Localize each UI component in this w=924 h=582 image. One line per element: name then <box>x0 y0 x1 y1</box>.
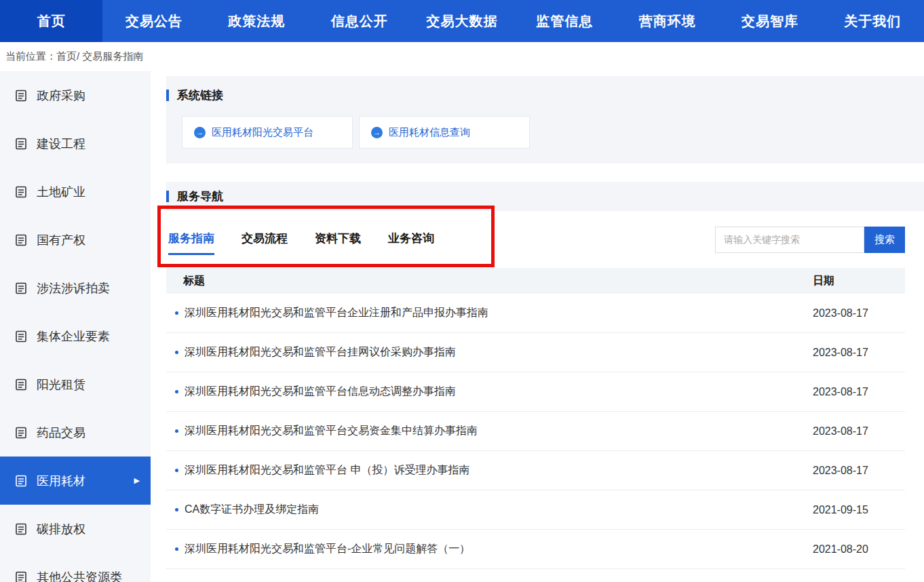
nav-item-label: 交易公告 <box>126 12 182 31</box>
guide-date: 2023-08-17 <box>813 465 905 477</box>
guide-title-link[interactable]: CA数字证书办理及绑定指南 <box>185 503 813 517</box>
service-tabs: 服务指南 交易流程 资料下载 业务咨询 <box>166 224 434 255</box>
guide-date: 2023-08-17 <box>813 307 905 319</box>
bullet-icon <box>175 469 178 472</box>
service-nav-title: 服务导航 <box>166 189 223 204</box>
system-link-label: 医用耗材阳光交易平台 <box>212 126 313 139</box>
sidebar-item-label: 阳光租赁 <box>37 376 85 393</box>
nav-item-think-tank[interactable]: 交易智库 <box>718 0 821 42</box>
tab-label: 资料下载 <box>315 232 361 245</box>
header-date: 日期 <box>813 274 905 288</box>
bullet-icon <box>175 390 178 393</box>
guide-title-link[interactable]: 深圳医用耗材阳光交易和监管平台挂网议价采购办事指南 <box>185 345 813 360</box>
main-content: 系统链接 → 医用耗材阳光交易平台 → 医用耗材信息查询 服务导航 服务指南 交… <box>151 71 924 582</box>
nav-item-about[interactable]: 关于我们 <box>822 0 924 42</box>
top-navigation: 首页 交易公告 政策法规 信息公开 交易大数据 监管信息 营商环境 交易智库 关… <box>0 0 924 42</box>
breadcrumb: 当前位置： 首页/ 交易服务指南 <box>0 42 924 71</box>
tab-label: 服务指南 <box>168 232 214 245</box>
sidebar-item-label: 国有产权 <box>37 232 85 248</box>
header-title: 标题 <box>183 274 813 288</box>
collective-enterprise-icon <box>14 330 28 343</box>
system-links-section: 系统链接 → 医用耗材阳光交易平台 → 医用耗材信息查询 <box>166 76 924 163</box>
nav-item-label: 信息公开 <box>331 12 388 31</box>
gov-procurement-icon <box>14 89 28 102</box>
sidebar-item-state-property[interactable]: 国有产权 ▶ <box>0 216 151 264</box>
nav-item-label: 关于我们 <box>844 12 901 31</box>
table-header: 标题 日期 <box>166 268 905 294</box>
sidebar: 政府采购 ▶ 建设工程 ▶ 土地矿业 ▶ 国有产权 ▶ <box>0 71 151 582</box>
system-link-label: 医用耗材信息查询 <box>389 126 470 139</box>
nav-item-label: 首页 <box>37 12 66 31</box>
breadcrumb-path[interactable]: 首页/ 交易服务指南 <box>56 50 143 63</box>
tab-service-guide[interactable]: 服务指南 <box>168 224 214 255</box>
state-property-icon <box>14 233 28 247</box>
guide-title-link[interactable]: 深圳医用耗材阳光交易和监管平台交易资金集中结算办事指南 <box>185 424 813 438</box>
guide-title-link[interactable]: 深圳医用耗材阳光交易和监管平台 申（投）诉受理办事指南 <box>185 463 813 478</box>
active-arrow-icon: ▶ <box>134 476 140 485</box>
sidebar-item-other-public-resources[interactable]: 其他公共资源类 ▶ <box>0 553 151 582</box>
guide-title-link[interactable]: 深圳医用耗材阳光交易和监管平台-企业常见问题解答（一） <box>185 542 813 556</box>
nav-item-supervision[interactable]: 监管信息 <box>514 0 616 42</box>
guide-date: 2023-08-17 <box>813 425 905 438</box>
bullet-icon <box>175 429 178 433</box>
search-button[interactable]: 搜索 <box>864 227 905 253</box>
sunshine-leasing-icon <box>14 378 28 391</box>
tab-trade-process[interactable]: 交易流程 <box>242 224 288 255</box>
sidebar-item-carbon-emission[interactable]: 碳排放权 ▶ <box>0 505 151 553</box>
carbon-emission-icon <box>14 522 28 536</box>
search-input[interactable] <box>715 227 864 253</box>
guide-title-link[interactable]: 深圳医用耗材阳光交易和监管平台企业注册和产品申报办事指南 <box>185 306 813 320</box>
sidebar-item-construction[interactable]: 建设工程 ▶ <box>0 119 151 168</box>
sidebar-item-litigation-auction[interactable]: 涉法涉诉拍卖 ▶ <box>0 264 151 312</box>
sidebar-item-drug-trading[interactable]: 药品交易 ▶ <box>0 408 151 457</box>
nav-item-label: 交易大数据 <box>426 12 497 31</box>
system-link-info-query[interactable]: → 医用耗材信息查询 <box>359 116 530 149</box>
system-links-row: → 医用耗材阳光交易平台 → 医用耗材信息查询 <box>182 116 924 149</box>
sidebar-item-label: 土地矿业 <box>37 184 85 200</box>
nav-item-label: 政策法规 <box>228 12 285 31</box>
other-public-resources-icon <box>14 570 28 582</box>
medical-consumables-icon <box>14 474 28 488</box>
breadcrumb-prefix: 当前位置： <box>5 50 56 63</box>
bullet-icon <box>175 351 178 354</box>
table-row: 深圳医用耗材阳光交易和监管平台挂网议价采购办事指南 2023-08-17 <box>166 333 905 372</box>
guide-title-link[interactable]: 深圳医用耗材阳光交易和监管平台信息动态调整办事指南 <box>185 385 813 399</box>
litigation-auction-icon <box>14 282 28 295</box>
nav-item-policies[interactable]: 政策法规 <box>206 0 308 42</box>
table-body: 深圳医用耗材阳光交易和监管平台企业注册和产品申报办事指南 2023-08-17 … <box>166 294 905 569</box>
guide-date: 2021-08-20 <box>813 543 905 556</box>
tab-download[interactable]: 资料下载 <box>315 224 361 255</box>
table-row: 深圳医用耗材阳光交易和监管平台企业注册和产品申报办事指南 2023-08-17 <box>166 294 905 333</box>
nav-item-announcements[interactable]: 交易公告 <box>102 0 205 42</box>
sidebar-item-label: 医用耗材 <box>37 473 85 489</box>
sidebar-item-land-mining[interactable]: 土地矿业 ▶ <box>0 168 151 216</box>
sidebar-item-label: 涉法涉诉拍卖 <box>37 280 110 296</box>
sidebar-item-collective-enterprise[interactable]: 集体企业要素 ▶ <box>0 312 151 360</box>
sidebar-item-gov-procurement[interactable]: 政府采购 ▶ <box>0 71 151 119</box>
nav-item-info-disclosure[interactable]: 信息公开 <box>308 0 410 42</box>
guide-table: 标题 日期 深圳医用耗材阳光交易和监管平台企业注册和产品申报办事指南 2023-… <box>166 268 905 569</box>
drug-trading-icon <box>14 426 28 440</box>
bullet-icon <box>175 547 178 551</box>
table-row: 深圳医用耗材阳光交易和监管平台交易资金集中结算办事指南 2023-08-17 <box>166 412 905 451</box>
table-row: 深圳医用耗材阳光交易和监管平台-企业常见问题解答（一） 2021-08-20 <box>166 530 905 569</box>
section-title-text: 系统链接 <box>177 88 223 103</box>
nav-item-business-env[interactable]: 营商环境 <box>616 0 718 42</box>
guide-date: 2021-09-15 <box>813 504 905 516</box>
tab-consult[interactable]: 业务咨询 <box>388 224 434 255</box>
nav-item-big-data[interactable]: 交易大数据 <box>410 0 513 42</box>
system-link-sunshine-trading-platform[interactable]: → 医用耗材阳光交易平台 <box>182 116 353 149</box>
nav-item-label: 监管信息 <box>536 12 593 31</box>
sidebar-item-label: 建设工程 <box>37 136 85 152</box>
sidebar-item-medical-consumables[interactable]: 医用耗材 ▶ <box>0 457 151 505</box>
nav-item-label: 交易智库 <box>742 12 798 31</box>
guide-date: 2023-08-17 <box>813 386 905 398</box>
sidebar-item-label: 碳排放权 <box>37 521 85 537</box>
tab-label: 交易流程 <box>242 232 288 245</box>
nav-item-home[interactable]: 首页 <box>0 0 102 42</box>
bullet-icon <box>175 508 178 511</box>
section-title-text: 服务导航 <box>177 189 223 204</box>
title-bar-decoration <box>166 90 169 101</box>
sidebar-item-sunshine-leasing[interactable]: 阳光租赁 ▶ <box>0 360 151 408</box>
bullet-icon <box>175 311 178 315</box>
